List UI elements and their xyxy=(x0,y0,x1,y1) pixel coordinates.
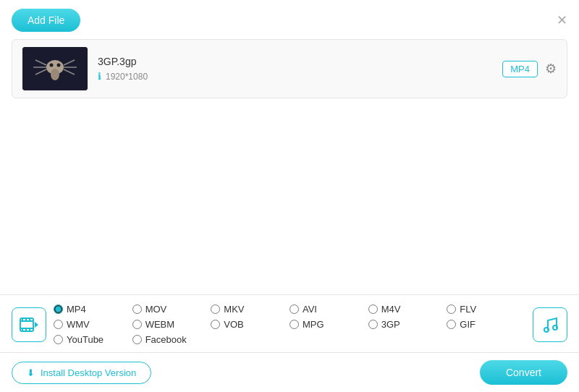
file-thumbnail xyxy=(22,47,88,90)
format-label-3gp: 3GP xyxy=(381,319,400,330)
svg-marker-20 xyxy=(35,322,38,328)
svg-point-9 xyxy=(57,64,61,67)
info-icon: ℹ xyxy=(98,71,101,82)
format-option-mpg[interactable]: MPG xyxy=(290,319,368,330)
format-label-mkv: MKV xyxy=(224,304,244,315)
radio-facebook[interactable] xyxy=(132,335,142,344)
format-label-mp4: MP4 xyxy=(67,304,86,315)
format-label-m4v: M4V xyxy=(381,304,401,315)
format-label-facebook: Facebook xyxy=(145,334,187,345)
radio-3gp[interactable] xyxy=(368,320,378,329)
format-option-flv[interactable]: FLV xyxy=(447,304,525,315)
svg-point-8 xyxy=(50,64,54,67)
format-label-gif: GIF xyxy=(460,319,476,330)
music-icon xyxy=(541,315,559,334)
radio-mkv[interactable] xyxy=(211,304,220,314)
svg-rect-19 xyxy=(29,329,30,331)
format-option-mov[interactable]: MOV xyxy=(132,304,211,315)
format-option-3gp[interactable]: 3GP xyxy=(368,319,447,330)
close-button[interactable]: ✕ xyxy=(557,14,567,27)
format-badge-button[interactable]: MP4 xyxy=(502,61,538,77)
format-option-m4v[interactable]: M4V xyxy=(368,304,447,315)
format-picker: MP4 MOV MKV AVI M4V FLV WMV WEBM xyxy=(0,294,579,352)
format-option-mp4[interactable]: MP4 xyxy=(54,304,132,315)
format-label-wmv: WMV xyxy=(67,319,90,330)
format-label-youtube: YouTube xyxy=(67,334,103,345)
svg-rect-18 xyxy=(25,329,27,331)
radio-m4v[interactable] xyxy=(368,304,378,314)
format-option-webm[interactable]: WEBM xyxy=(132,319,211,330)
audio-format-icon[interactable] xyxy=(533,307,567,342)
svg-rect-15 xyxy=(25,318,27,320)
file-info: 3GP.3gp ℹ 1920*1080 xyxy=(98,56,492,82)
radio-mp4[interactable] xyxy=(54,304,63,314)
file-resolution: 1920*1080 xyxy=(106,72,148,82)
format-label-mov: MOV xyxy=(145,304,167,315)
svg-rect-16 xyxy=(29,318,30,320)
install-label: Install Desktop Version xyxy=(41,367,136,378)
convert-button[interactable]: Convert xyxy=(480,360,567,385)
radio-webm[interactable] xyxy=(132,320,142,329)
svg-rect-12 xyxy=(20,320,33,322)
format-option-facebook[interactable]: Facebook xyxy=(132,334,211,345)
footer: ⬇ Install Desktop Version Convert xyxy=(0,352,579,392)
format-label-flv: FLV xyxy=(460,304,476,315)
video-format-icon[interactable] xyxy=(12,307,46,342)
format-option-wmv[interactable]: WMV xyxy=(54,319,132,330)
format-option-mkv[interactable]: MKV xyxy=(211,304,290,315)
file-actions: MP4 ⚙ xyxy=(502,61,557,77)
download-icon: ⬇ xyxy=(27,367,35,378)
format-label-avi: AVI xyxy=(303,304,317,315)
svg-point-21 xyxy=(544,328,549,332)
file-meta: ℹ 1920*1080 xyxy=(98,71,492,82)
format-options: MP4 MOV MKV AVI M4V FLV WMV WEBM xyxy=(54,304,525,345)
svg-rect-14 xyxy=(22,318,23,320)
radio-vob[interactable] xyxy=(211,320,220,329)
format-label-vob: VOB xyxy=(224,319,243,330)
radio-gif[interactable] xyxy=(447,320,456,329)
settings-icon-button[interactable]: ⚙ xyxy=(545,61,557,77)
format-option-avi[interactable]: AVI xyxy=(290,304,368,315)
radio-flv[interactable] xyxy=(447,304,456,314)
format-label-webm: WEBM xyxy=(145,319,174,330)
format-option-gif[interactable]: GIF xyxy=(447,319,525,330)
svg-rect-13 xyxy=(20,328,33,329)
radio-wmv[interactable] xyxy=(54,320,63,329)
svg-point-22 xyxy=(553,325,557,330)
add-file-button[interactable]: Add File xyxy=(12,9,80,32)
format-label-mpg: MPG xyxy=(303,319,324,330)
header: Add File ✕ xyxy=(0,0,579,39)
svg-rect-17 xyxy=(22,329,23,331)
radio-mov[interactable] xyxy=(132,304,142,314)
radio-avi[interactable] xyxy=(290,304,299,314)
film-icon xyxy=(19,315,39,335)
radio-mpg[interactable] xyxy=(290,320,299,329)
svg-point-10 xyxy=(51,69,59,80)
radio-youtube[interactable] xyxy=(54,335,63,344)
format-option-vob[interactable]: VOB xyxy=(211,319,290,330)
file-name: 3GP.3gp xyxy=(98,56,492,67)
gear-icon: ⚙ xyxy=(545,61,557,76)
install-desktop-button[interactable]: ⬇ Install Desktop Version xyxy=(12,362,151,384)
file-list: 3GP.3gp ℹ 1920*1080 MP4 ⚙ xyxy=(12,39,567,98)
format-option-youtube[interactable]: YouTube xyxy=(54,334,132,345)
